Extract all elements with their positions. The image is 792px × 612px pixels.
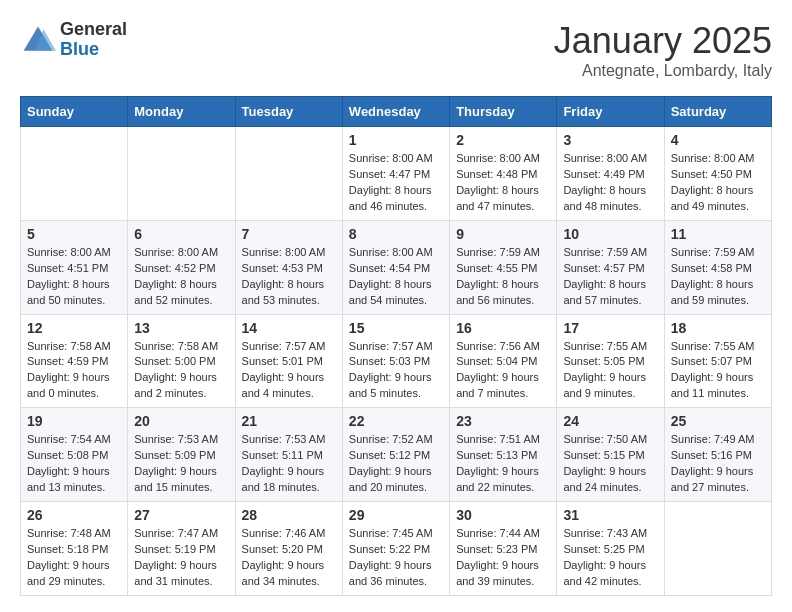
day-info: Sunrise: 8:00 AM Sunset: 4:49 PM Dayligh… [563, 151, 657, 215]
day-info: Sunrise: 8:00 AM Sunset: 4:53 PM Dayligh… [242, 245, 336, 309]
weekday-header: Saturday [664, 97, 771, 127]
day-number: 19 [27, 413, 121, 429]
weekday-header: Tuesday [235, 97, 342, 127]
title-area: January 2025 Antegnate, Lombardy, Italy [554, 20, 772, 80]
day-number: 18 [671, 320, 765, 336]
day-info: Sunrise: 7:59 AM Sunset: 4:58 PM Dayligh… [671, 245, 765, 309]
day-number: 17 [563, 320, 657, 336]
day-info: Sunrise: 7:59 AM Sunset: 4:57 PM Dayligh… [563, 245, 657, 309]
day-info: Sunrise: 8:00 AM Sunset: 4:51 PM Dayligh… [27, 245, 121, 309]
day-number: 20 [134, 413, 228, 429]
calendar-week-row: 5Sunrise: 8:00 AM Sunset: 4:51 PM Daylig… [21, 220, 772, 314]
day-number: 16 [456, 320, 550, 336]
calendar-cell: 23Sunrise: 7:51 AM Sunset: 5:13 PM Dayli… [450, 408, 557, 502]
day-info: Sunrise: 7:53 AM Sunset: 5:11 PM Dayligh… [242, 432, 336, 496]
day-number: 31 [563, 507, 657, 523]
day-number: 26 [27, 507, 121, 523]
calendar-week-row: 12Sunrise: 7:58 AM Sunset: 4:59 PM Dayli… [21, 314, 772, 408]
calendar-cell: 5Sunrise: 8:00 AM Sunset: 4:51 PM Daylig… [21, 220, 128, 314]
calendar-cell: 26Sunrise: 7:48 AM Sunset: 5:18 PM Dayli… [21, 502, 128, 596]
calendar-cell: 20Sunrise: 7:53 AM Sunset: 5:09 PM Dayli… [128, 408, 235, 502]
day-info: Sunrise: 8:00 AM Sunset: 4:48 PM Dayligh… [456, 151, 550, 215]
day-info: Sunrise: 7:52 AM Sunset: 5:12 PM Dayligh… [349, 432, 443, 496]
calendar-week-row: 26Sunrise: 7:48 AM Sunset: 5:18 PM Dayli… [21, 502, 772, 596]
day-info: Sunrise: 7:56 AM Sunset: 5:04 PM Dayligh… [456, 339, 550, 403]
day-number: 12 [27, 320, 121, 336]
day-info: Sunrise: 7:47 AM Sunset: 5:19 PM Dayligh… [134, 526, 228, 590]
day-info: Sunrise: 8:00 AM Sunset: 4:54 PM Dayligh… [349, 245, 443, 309]
weekday-header: Wednesday [342, 97, 449, 127]
day-info: Sunrise: 7:58 AM Sunset: 5:00 PM Dayligh… [134, 339, 228, 403]
calendar-cell: 4Sunrise: 8:00 AM Sunset: 4:50 PM Daylig… [664, 127, 771, 221]
day-info: Sunrise: 7:45 AM Sunset: 5:22 PM Dayligh… [349, 526, 443, 590]
calendar-cell: 1Sunrise: 8:00 AM Sunset: 4:47 PM Daylig… [342, 127, 449, 221]
calendar-cell: 30Sunrise: 7:44 AM Sunset: 5:23 PM Dayli… [450, 502, 557, 596]
day-info: Sunrise: 7:58 AM Sunset: 4:59 PM Dayligh… [27, 339, 121, 403]
calendar-cell: 19Sunrise: 7:54 AM Sunset: 5:08 PM Dayli… [21, 408, 128, 502]
calendar-cell: 13Sunrise: 7:58 AM Sunset: 5:00 PM Dayli… [128, 314, 235, 408]
day-number: 15 [349, 320, 443, 336]
calendar-cell: 29Sunrise: 7:45 AM Sunset: 5:22 PM Dayli… [342, 502, 449, 596]
weekday-header: Monday [128, 97, 235, 127]
day-info: Sunrise: 8:00 AM Sunset: 4:50 PM Dayligh… [671, 151, 765, 215]
day-number: 23 [456, 413, 550, 429]
day-info: Sunrise: 7:54 AM Sunset: 5:08 PM Dayligh… [27, 432, 121, 496]
weekday-header: Sunday [21, 97, 128, 127]
day-number: 4 [671, 132, 765, 148]
logo-blue: Blue [60, 40, 127, 60]
day-info: Sunrise: 7:44 AM Sunset: 5:23 PM Dayligh… [456, 526, 550, 590]
calendar-cell [235, 127, 342, 221]
day-info: Sunrise: 7:49 AM Sunset: 5:16 PM Dayligh… [671, 432, 765, 496]
day-number: 13 [134, 320, 228, 336]
day-number: 3 [563, 132, 657, 148]
day-number: 22 [349, 413, 443, 429]
calendar-cell: 9Sunrise: 7:59 AM Sunset: 4:55 PM Daylig… [450, 220, 557, 314]
calendar-cell: 28Sunrise: 7:46 AM Sunset: 5:20 PM Dayli… [235, 502, 342, 596]
page-header: General Blue January 2025 Antegnate, Lom… [20, 20, 772, 80]
day-info: Sunrise: 7:57 AM Sunset: 5:01 PM Dayligh… [242, 339, 336, 403]
day-number: 25 [671, 413, 765, 429]
calendar-cell: 27Sunrise: 7:47 AM Sunset: 5:19 PM Dayli… [128, 502, 235, 596]
calendar-cell: 16Sunrise: 7:56 AM Sunset: 5:04 PM Dayli… [450, 314, 557, 408]
day-info: Sunrise: 7:57 AM Sunset: 5:03 PM Dayligh… [349, 339, 443, 403]
day-info: Sunrise: 7:55 AM Sunset: 5:07 PM Dayligh… [671, 339, 765, 403]
calendar-cell [664, 502, 771, 596]
calendar-cell: 25Sunrise: 7:49 AM Sunset: 5:16 PM Dayli… [664, 408, 771, 502]
day-info: Sunrise: 7:51 AM Sunset: 5:13 PM Dayligh… [456, 432, 550, 496]
day-number: 11 [671, 226, 765, 242]
calendar-cell: 22Sunrise: 7:52 AM Sunset: 5:12 PM Dayli… [342, 408, 449, 502]
day-info: Sunrise: 7:55 AM Sunset: 5:05 PM Dayligh… [563, 339, 657, 403]
calendar-cell: 18Sunrise: 7:55 AM Sunset: 5:07 PM Dayli… [664, 314, 771, 408]
logo-text: General Blue [60, 20, 127, 60]
calendar-cell: 6Sunrise: 8:00 AM Sunset: 4:52 PM Daylig… [128, 220, 235, 314]
calendar-cell: 3Sunrise: 8:00 AM Sunset: 4:49 PM Daylig… [557, 127, 664, 221]
day-info: Sunrise: 7:46 AM Sunset: 5:20 PM Dayligh… [242, 526, 336, 590]
day-number: 5 [27, 226, 121, 242]
logo: General Blue [20, 20, 127, 60]
day-info: Sunrise: 7:59 AM Sunset: 4:55 PM Dayligh… [456, 245, 550, 309]
day-number: 24 [563, 413, 657, 429]
day-number: 29 [349, 507, 443, 523]
day-number: 8 [349, 226, 443, 242]
calendar-week-row: 1Sunrise: 8:00 AM Sunset: 4:47 PM Daylig… [21, 127, 772, 221]
day-info: Sunrise: 7:48 AM Sunset: 5:18 PM Dayligh… [27, 526, 121, 590]
calendar-week-row: 19Sunrise: 7:54 AM Sunset: 5:08 PM Dayli… [21, 408, 772, 502]
weekday-header: Thursday [450, 97, 557, 127]
calendar-cell: 24Sunrise: 7:50 AM Sunset: 5:15 PM Dayli… [557, 408, 664, 502]
calendar-table: SundayMondayTuesdayWednesdayThursdayFrid… [20, 96, 772, 596]
calendar-cell: 8Sunrise: 8:00 AM Sunset: 4:54 PM Daylig… [342, 220, 449, 314]
weekday-header: Friday [557, 97, 664, 127]
calendar-cell [128, 127, 235, 221]
day-number: 28 [242, 507, 336, 523]
calendar-cell: 15Sunrise: 7:57 AM Sunset: 5:03 PM Dayli… [342, 314, 449, 408]
day-number: 10 [563, 226, 657, 242]
calendar-cell: 11Sunrise: 7:59 AM Sunset: 4:58 PM Dayli… [664, 220, 771, 314]
day-info: Sunrise: 7:43 AM Sunset: 5:25 PM Dayligh… [563, 526, 657, 590]
logo-icon [20, 22, 56, 58]
calendar-header-row: SundayMondayTuesdayWednesdayThursdayFrid… [21, 97, 772, 127]
day-number: 30 [456, 507, 550, 523]
calendar-cell: 2Sunrise: 8:00 AM Sunset: 4:48 PM Daylig… [450, 127, 557, 221]
calendar-cell: 10Sunrise: 7:59 AM Sunset: 4:57 PM Dayli… [557, 220, 664, 314]
calendar-cell [21, 127, 128, 221]
logo-general: General [60, 20, 127, 40]
